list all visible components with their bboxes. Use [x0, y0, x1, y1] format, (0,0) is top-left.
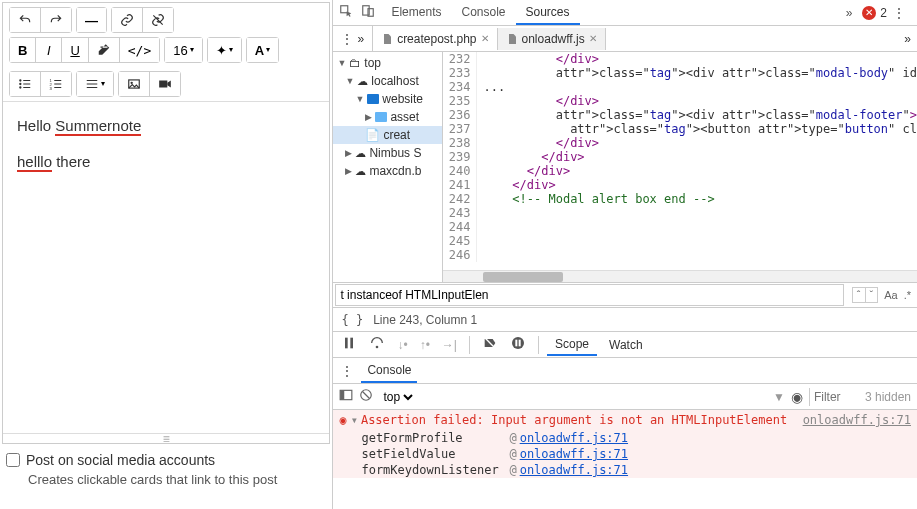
tree-item[interactable]: ▼website [333, 90, 442, 108]
code-area[interactable]: 232 </div>233 attr">class="tag"><div att… [443, 52, 917, 270]
drawer-header: ⋮ Console [333, 358, 917, 384]
more-tabs[interactable]: » [836, 2, 863, 24]
tree-item[interactable]: 📄creat [333, 126, 442, 144]
file-tab[interactable]: onloadwff.js✕ [498, 28, 606, 50]
error-source[interactable]: onloadwff.js:71 [803, 413, 911, 427]
match-case[interactable]: Aa [884, 289, 897, 301]
code-button[interactable]: </> [120, 38, 159, 62]
tree-item[interactable]: ▼☁localhost [333, 72, 442, 90]
console-error[interactable]: ◉ ▾ onloadwff.js:71 Assertion failed: In… [333, 410, 917, 430]
tree-item[interactable]: ▶asset [333, 108, 442, 126]
console-messages: ◉ ▾ onloadwff.js:71 Assertion failed: In… [333, 410, 917, 509]
paragraph-button[interactable]: ▾ [77, 72, 113, 96]
devtools-panel: ElementsConsoleSources » ✕ 2 ⋮ ⋮ » creat… [332, 0, 917, 509]
pause-icon[interactable] [337, 333, 361, 356]
live-expr-icon[interactable]: ◉ [791, 389, 803, 405]
magic-button[interactable]: ✦▾ [208, 38, 241, 62]
svg-rect-8 [159, 81, 167, 88]
search-input[interactable] [335, 284, 843, 306]
devtools-menu-icon[interactable]: ⋮ [887, 6, 911, 20]
status-bar: { } Line 243, Column 1 [333, 308, 917, 332]
video-button[interactable] [150, 72, 180, 96]
post-checkbox[interactable] [6, 453, 20, 467]
sidebar-toggle-icon[interactable] [339, 388, 353, 405]
underline-button[interactable]: U [62, 38, 88, 62]
pause-exceptions-icon[interactable] [506, 333, 530, 356]
nav-toggle-icon[interactable]: ⋮ [341, 32, 353, 46]
unlink-button[interactable] [143, 8, 173, 32]
drawer-tab-console[interactable]: Console [361, 359, 417, 383]
bold-button[interactable]: B [10, 38, 36, 62]
tab-console[interactable]: Console [451, 1, 515, 25]
stack-frame[interactable]: formKeydownListener@onloadwff.js:71 [333, 462, 917, 478]
tree-item[interactable]: ▶☁Nimbus S [333, 144, 442, 162]
sources-body: ▼🗀top▼☁localhost▼website▶asset📄creat▶☁Ni… [333, 52, 917, 282]
step-into-icon[interactable]: ↓• [393, 336, 411, 354]
more-icon[interactable]: » [357, 32, 364, 46]
cursor-position: Line 243, Column 1 [373, 313, 477, 327]
svg-text:3: 3 [50, 86, 53, 91]
tree-item[interactable]: ▼🗀top [333, 54, 442, 72]
h-scrollbar[interactable] [443, 270, 917, 282]
link-button[interactable] [112, 8, 143, 32]
ul-button[interactable] [10, 72, 41, 96]
file-tab[interactable]: createpost.php✕ [373, 28, 497, 50]
svg-point-14 [376, 346, 379, 349]
error-icon: ✕ [862, 6, 876, 20]
clear-format-button[interactable] [89, 38, 120, 62]
step-over-icon[interactable] [365, 333, 389, 356]
deactivate-bp-icon[interactable] [478, 333, 502, 356]
stack-frame[interactable]: setFieldValue@onloadwff.js:71 [333, 446, 917, 462]
post-option: Post on social media accounts Creates cl… [2, 444, 330, 495]
step-icon[interactable]: →| [438, 336, 461, 354]
console-toolbar: top ▼ ◉ 3 hidden [333, 384, 917, 410]
svg-point-1 [19, 83, 21, 85]
resize-handle[interactable]: ≡ [3, 433, 329, 443]
hr-button[interactable]: — [77, 8, 106, 32]
expand-icon[interactable]: ▾ [351, 413, 358, 427]
step-out-icon[interactable]: ↑• [416, 336, 434, 354]
code-pane: 232 </div>233 attr">class="tag"><div att… [443, 52, 917, 282]
error-title: Assertion failed: Input argument is not … [361, 413, 787, 427]
post-checkbox-label[interactable]: Post on social media accounts [6, 452, 326, 468]
editor-panel: — B I U </> 16▾ ✦▾ A▾ 123 ▾ [0, 0, 332, 509]
format-icon[interactable]: { } [341, 313, 363, 327]
error-indicator[interactable]: ✕ 2 [862, 6, 887, 20]
svg-rect-13 [351, 338, 354, 349]
editor-container: — B I U </> 16▾ ✦▾ A▾ 123 ▾ [2, 2, 330, 444]
tree-item[interactable]: ▶☁maxcdn.b [333, 162, 442, 180]
stack-frame[interactable]: getFormProfile@onloadwff.js:71 [333, 430, 917, 446]
undo-button[interactable] [10, 8, 41, 32]
editor-content[interactable]: Hello Summernotehelllo there [3, 102, 329, 433]
search-bar: ˆˇ Aa .* [333, 282, 917, 308]
tab-elements[interactable]: Elements [381, 1, 451, 25]
search-nav[interactable]: ˆˇ [852, 287, 878, 303]
svg-point-7 [131, 82, 133, 84]
debugger-toolbar: ↓• ↑• →| Scope Watch [333, 332, 917, 358]
regex-toggle[interactable]: .* [904, 289, 911, 301]
italic-button[interactable]: I [36, 38, 62, 62]
redo-button[interactable] [41, 8, 71, 32]
hidden-count[interactable]: 3 hidden [865, 390, 911, 404]
picture-button[interactable] [119, 72, 150, 96]
font-size-dropdown[interactable]: 16▾ [165, 38, 201, 62]
tab-sources[interactable]: Sources [516, 1, 580, 25]
device-icon[interactable] [361, 4, 375, 21]
svg-point-0 [19, 79, 21, 81]
editor-toolbar: — B I U </> 16▾ ✦▾ A▾ 123 ▾ [3, 3, 329, 102]
font-color-button[interactable]: A▾ [247, 38, 278, 62]
source-file-bar: ⋮ » createpost.php✕onloadwff.js✕ » [333, 26, 917, 52]
ol-button[interactable]: 123 [41, 72, 71, 96]
file-overflow[interactable]: » [898, 32, 917, 46]
post-label-text: Post on social media accounts [26, 452, 215, 468]
console-filter[interactable] [809, 388, 859, 406]
clear-console-icon[interactable] [359, 388, 373, 405]
drawer-menu-icon[interactable]: ⋮ [341, 364, 353, 378]
tab-watch[interactable]: Watch [601, 335, 651, 355]
font-size-value: 16 [173, 44, 187, 57]
tab-scope[interactable]: Scope [547, 334, 597, 356]
context-select[interactable]: top [379, 389, 416, 405]
svg-rect-19 [341, 390, 345, 399]
inspect-icon[interactable] [339, 4, 353, 21]
devtools-tabbar: ElementsConsoleSources » ✕ 2 ⋮ [333, 0, 917, 26]
